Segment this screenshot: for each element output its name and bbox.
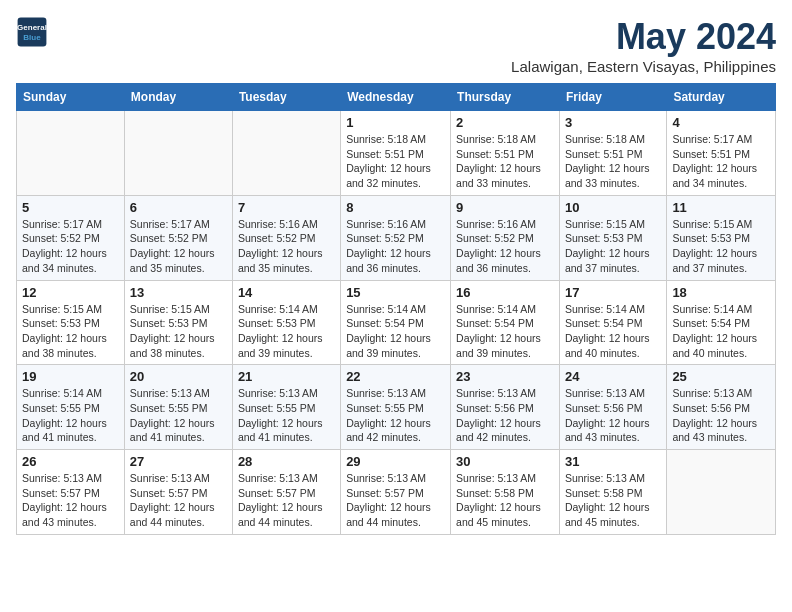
day-info: Sunrise: 5:18 AM Sunset: 5:51 PM Dayligh… [456,132,554,191]
day-info: Sunrise: 5:13 AM Sunset: 5:56 PM Dayligh… [456,386,554,445]
day-number: 3 [565,115,661,130]
day-number: 28 [238,454,335,469]
day-number: 4 [672,115,770,130]
day-number: 21 [238,369,335,384]
day-number: 18 [672,285,770,300]
day-number: 20 [130,369,227,384]
calendar-cell [124,111,232,196]
day-info: Sunrise: 5:13 AM Sunset: 5:58 PM Dayligh… [565,471,661,530]
day-info: Sunrise: 5:15 AM Sunset: 5:53 PM Dayligh… [672,217,770,276]
day-info: Sunrise: 5:18 AM Sunset: 5:51 PM Dayligh… [346,132,445,191]
calendar-cell: 20Sunrise: 5:13 AM Sunset: 5:55 PM Dayli… [124,365,232,450]
day-info: Sunrise: 5:15 AM Sunset: 5:53 PM Dayligh… [22,302,119,361]
day-info: Sunrise: 5:14 AM Sunset: 5:54 PM Dayligh… [565,302,661,361]
day-number: 27 [130,454,227,469]
day-info: Sunrise: 5:16 AM Sunset: 5:52 PM Dayligh… [238,217,335,276]
calendar-cell: 23Sunrise: 5:13 AM Sunset: 5:56 PM Dayli… [451,365,560,450]
day-info: Sunrise: 5:14 AM Sunset: 5:53 PM Dayligh… [238,302,335,361]
day-info: Sunrise: 5:13 AM Sunset: 5:56 PM Dayligh… [672,386,770,445]
day-info: Sunrise: 5:13 AM Sunset: 5:55 PM Dayligh… [346,386,445,445]
calendar-cell: 11Sunrise: 5:15 AM Sunset: 5:53 PM Dayli… [667,195,776,280]
day-number: 1 [346,115,445,130]
day-number: 10 [565,200,661,215]
calendar-cell: 24Sunrise: 5:13 AM Sunset: 5:56 PM Dayli… [559,365,666,450]
day-number: 15 [346,285,445,300]
day-number: 19 [22,369,119,384]
calendar-cell: 16Sunrise: 5:14 AM Sunset: 5:54 PM Dayli… [451,280,560,365]
day-info: Sunrise: 5:14 AM Sunset: 5:54 PM Dayligh… [456,302,554,361]
calendar-cell: 13Sunrise: 5:15 AM Sunset: 5:53 PM Dayli… [124,280,232,365]
day-number: 2 [456,115,554,130]
day-number: 17 [565,285,661,300]
day-info: Sunrise: 5:18 AM Sunset: 5:51 PM Dayligh… [565,132,661,191]
day-info: Sunrise: 5:15 AM Sunset: 5:53 PM Dayligh… [565,217,661,276]
calendar-cell: 25Sunrise: 5:13 AM Sunset: 5:56 PM Dayli… [667,365,776,450]
day-info: Sunrise: 5:17 AM Sunset: 5:51 PM Dayligh… [672,132,770,191]
svg-text:Blue: Blue [23,33,41,42]
day-info: Sunrise: 5:13 AM Sunset: 5:55 PM Dayligh… [130,386,227,445]
calendar-cell [667,450,776,535]
day-info: Sunrise: 5:13 AM Sunset: 5:57 PM Dayligh… [130,471,227,530]
day-info: Sunrise: 5:13 AM Sunset: 5:57 PM Dayligh… [346,471,445,530]
day-number: 31 [565,454,661,469]
calendar-cell: 3Sunrise: 5:18 AM Sunset: 5:51 PM Daylig… [559,111,666,196]
col-header-tuesday: Tuesday [232,84,340,111]
logo: General Blue [16,16,48,48]
day-info: Sunrise: 5:13 AM Sunset: 5:58 PM Dayligh… [456,471,554,530]
calendar-cell: 4Sunrise: 5:17 AM Sunset: 5:51 PM Daylig… [667,111,776,196]
calendar-cell: 18Sunrise: 5:14 AM Sunset: 5:54 PM Dayli… [667,280,776,365]
day-number: 12 [22,285,119,300]
day-number: 7 [238,200,335,215]
calendar-cell: 1Sunrise: 5:18 AM Sunset: 5:51 PM Daylig… [341,111,451,196]
day-number: 14 [238,285,335,300]
calendar-cell: 15Sunrise: 5:14 AM Sunset: 5:54 PM Dayli… [341,280,451,365]
calendar-cell: 26Sunrise: 5:13 AM Sunset: 5:57 PM Dayli… [17,450,125,535]
day-number: 30 [456,454,554,469]
col-header-friday: Friday [559,84,666,111]
day-number: 13 [130,285,227,300]
col-header-monday: Monday [124,84,232,111]
day-number: 24 [565,369,661,384]
calendar-cell: 5Sunrise: 5:17 AM Sunset: 5:52 PM Daylig… [17,195,125,280]
calendar-cell: 14Sunrise: 5:14 AM Sunset: 5:53 PM Dayli… [232,280,340,365]
calendar-cell: 12Sunrise: 5:15 AM Sunset: 5:53 PM Dayli… [17,280,125,365]
calendar-cell: 29Sunrise: 5:13 AM Sunset: 5:57 PM Dayli… [341,450,451,535]
calendar-cell: 19Sunrise: 5:14 AM Sunset: 5:55 PM Dayli… [17,365,125,450]
col-header-wednesday: Wednesday [341,84,451,111]
day-number: 26 [22,454,119,469]
day-info: Sunrise: 5:16 AM Sunset: 5:52 PM Dayligh… [456,217,554,276]
calendar-cell: 10Sunrise: 5:15 AM Sunset: 5:53 PM Dayli… [559,195,666,280]
calendar-cell: 21Sunrise: 5:13 AM Sunset: 5:55 PM Dayli… [232,365,340,450]
day-number: 16 [456,285,554,300]
day-info: Sunrise: 5:13 AM Sunset: 5:57 PM Dayligh… [22,471,119,530]
day-number: 11 [672,200,770,215]
day-info: Sunrise: 5:14 AM Sunset: 5:54 PM Dayligh… [672,302,770,361]
day-info: Sunrise: 5:14 AM Sunset: 5:55 PM Dayligh… [22,386,119,445]
day-number: 8 [346,200,445,215]
day-number: 5 [22,200,119,215]
calendar-cell: 9Sunrise: 5:16 AM Sunset: 5:52 PM Daylig… [451,195,560,280]
day-number: 23 [456,369,554,384]
calendar-cell: 30Sunrise: 5:13 AM Sunset: 5:58 PM Dayli… [451,450,560,535]
day-number: 25 [672,369,770,384]
calendar-cell: 31Sunrise: 5:13 AM Sunset: 5:58 PM Dayli… [559,450,666,535]
col-header-sunday: Sunday [17,84,125,111]
col-header-saturday: Saturday [667,84,776,111]
day-info: Sunrise: 5:14 AM Sunset: 5:54 PM Dayligh… [346,302,445,361]
day-info: Sunrise: 5:17 AM Sunset: 5:52 PM Dayligh… [130,217,227,276]
day-number: 9 [456,200,554,215]
calendar-cell: 2Sunrise: 5:18 AM Sunset: 5:51 PM Daylig… [451,111,560,196]
calendar-cell [17,111,125,196]
day-info: Sunrise: 5:13 AM Sunset: 5:56 PM Dayligh… [565,386,661,445]
day-number: 6 [130,200,227,215]
calendar-cell: 28Sunrise: 5:13 AM Sunset: 5:57 PM Dayli… [232,450,340,535]
calendar-cell: 6Sunrise: 5:17 AM Sunset: 5:52 PM Daylig… [124,195,232,280]
page-header: General Blue May 2024 Lalawigan, Eastern… [16,16,776,75]
calendar-table: SundayMondayTuesdayWednesdayThursdayFrid… [16,83,776,535]
day-number: 22 [346,369,445,384]
calendar-cell: 27Sunrise: 5:13 AM Sunset: 5:57 PM Dayli… [124,450,232,535]
title-block: May 2024 Lalawigan, Eastern Visayas, Phi… [511,16,776,75]
day-info: Sunrise: 5:15 AM Sunset: 5:53 PM Dayligh… [130,302,227,361]
day-info: Sunrise: 5:13 AM Sunset: 5:55 PM Dayligh… [238,386,335,445]
svg-text:General: General [17,23,47,32]
